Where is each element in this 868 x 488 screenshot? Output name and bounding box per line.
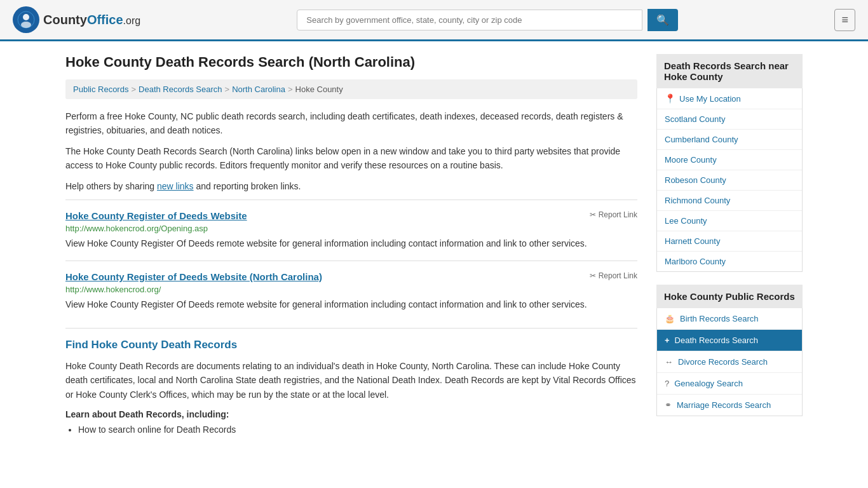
breadcrumb: Public Records > Death Records Search > … <box>65 79 637 99</box>
search-area: 🔍 <box>297 9 678 31</box>
logo-text: CountyOffice.org <box>43 13 140 27</box>
page-title: Hoke County Death Records Search (North … <box>65 54 637 71</box>
report-icon-2: ✂ <box>590 271 596 280</box>
resource-item-2: Hoke County Register of Deeds Website (N… <box>65 261 637 322</box>
divorce-records-link[interactable]: Divorce Records Search <box>678 357 768 367</box>
sidebar-public-list: 🎂 Birth Records Search + Death Records S… <box>656 308 803 416</box>
logo-area: CountyOffice.org <box>13 6 140 33</box>
sidebar-nearby-title: Death Records Search near Hoke County <box>656 54 803 88</box>
sidebar-death-records[interactable]: + Death Records Search <box>657 330 802 351</box>
content-area: Hoke County Death Records Search (North … <box>65 54 637 437</box>
report-link-2[interactable]: ✂ Report Link <box>590 271 637 280</box>
description-3: Help others by sharing new links and rep… <box>65 179 637 193</box>
sidebar-genealogy[interactable]: ? Genealogy Search <box>657 373 802 395</box>
birth-icon: 🎂 <box>665 314 675 323</box>
sidebar-birth-records[interactable]: 🎂 Birth Records Search <box>657 308 802 330</box>
report-link-1[interactable]: ✂ Report Link <box>590 210 637 219</box>
sidebar-item-richmond[interactable]: Richmond County <box>657 191 802 211</box>
description-2: The Hoke County Death Records Search (No… <box>65 144 637 173</box>
divorce-icon: ↔ <box>665 357 673 367</box>
resource-header-1: Hoke County Register of Deeds Website ✂ … <box>65 210 637 221</box>
resource-desc-2: View Hoke County Register Of Deeds remot… <box>65 298 637 311</box>
breadcrumb-public-records[interactable]: Public Records <box>73 85 128 94</box>
sidebar-item-moore[interactable]: Moore County <box>657 150 802 170</box>
svg-point-2 <box>21 22 31 28</box>
main-container: Hoke County Death Records Search (North … <box>53 41 815 450</box>
search-button[interactable]: 🔍 <box>648 9 678 31</box>
logo-icon <box>13 6 39 33</box>
site-header: CountyOffice.org 🔍 ≡ <box>0 0 868 41</box>
learn-heading: Learn about Death Records, including: <box>65 409 637 419</box>
desc3-text: Help others by sharing <box>65 181 154 191</box>
sidebar-nearby-list: 📍 Use My Location Scotland County Cumber… <box>656 88 803 272</box>
sidebar-item-lee[interactable]: Lee County <box>657 211 802 231</box>
richmond-county-link[interactable]: Richmond County <box>665 196 730 205</box>
sidebar-item-marlboro[interactable]: Marlboro County <box>657 252 802 271</box>
new-links-link[interactable]: new links <box>157 181 194 191</box>
bullet-list: How to search online for Death Records <box>78 424 637 435</box>
scotland-county-link[interactable]: Scotland County <box>665 114 725 124</box>
resource-item-1: Hoke County Register of Deeds Website ✂ … <box>65 200 637 261</box>
breadcrumb-sep1: > <box>131 85 136 94</box>
death-records-link[interactable]: Death Records Search <box>675 336 759 345</box>
resource-url-1: http://www.hokencrod.org/Opening.asp <box>65 224 637 233</box>
sidebar-public-title: Hoke County Public Records <box>656 285 803 308</box>
resource-desc-1: View Hoke County Register Of Deeds remot… <box>65 237 637 250</box>
report-icon-1: ✂ <box>590 210 596 219</box>
bullet-item-1: How to search online for Death Records <box>78 424 637 435</box>
sidebar-item-cumberland[interactable]: Cumberland County <box>657 130 802 150</box>
lee-county-link[interactable]: Lee County <box>665 216 707 226</box>
logo-office: Office <box>87 13 123 27</box>
find-section-body: Hoke County Death Records are documents … <box>65 359 637 402</box>
use-my-location-link[interactable]: Use My Location <box>679 94 741 104</box>
resource-header-2: Hoke County Register of Deeds Website (N… <box>65 271 637 282</box>
logo-svg <box>17 11 35 29</box>
moore-county-link[interactable]: Moore County <box>665 155 717 165</box>
resource-title-1[interactable]: Hoke County Register of Deeds Website <box>65 210 247 221</box>
sidebar-use-location[interactable]: 📍 Use My Location <box>657 88 802 109</box>
breadcrumb-sep3: > <box>288 85 293 94</box>
find-section-heading: Find Hoke County Death Records <box>65 328 637 351</box>
resource-title-2[interactable]: Hoke County Register of Deeds Website (N… <box>65 271 322 282</box>
sidebar-item-harnett[interactable]: Harnett County <box>657 231 802 252</box>
menu-button[interactable]: ≡ <box>834 9 855 31</box>
logo-org: .org <box>123 15 141 26</box>
report-label-2: Report Link <box>599 271 637 280</box>
robeson-county-link[interactable]: Robeson County <box>665 175 726 185</box>
marlboro-county-link[interactable]: Marlboro County <box>665 257 726 266</box>
genealogy-link[interactable]: Genealogy Search <box>674 379 743 388</box>
sidebar: Death Records Search near Hoke County 📍 … <box>656 54 803 437</box>
breadcrumb-north-carolina[interactable]: North Carolina <box>232 85 285 94</box>
desc3b-text: and reporting broken links. <box>196 181 301 191</box>
marriage-records-link[interactable]: Marriage Records Search <box>677 400 771 410</box>
death-icon: + <box>665 336 670 345</box>
breadcrumb-death-records[interactable]: Death Records Search <box>139 85 222 94</box>
description-1: Perform a free Hoke County, NC public de… <box>65 109 637 138</box>
location-pin-icon: 📍 <box>665 93 675 104</box>
sidebar-divorce-records[interactable]: ↔ Divorce Records Search <box>657 351 802 373</box>
genealogy-icon: ? <box>665 379 669 388</box>
breadcrumb-hoke-county: Hoke County <box>295 85 343 94</box>
sidebar-item-scotland[interactable]: Scotland County <box>657 109 802 130</box>
harnett-county-link[interactable]: Harnett County <box>665 236 720 246</box>
sidebar-marriage-records[interactable]: ⚭ Marriage Records Search <box>657 395 802 416</box>
breadcrumb-sep2: > <box>225 85 230 94</box>
sidebar-item-robeson[interactable]: Robeson County <box>657 170 802 191</box>
marriage-icon: ⚭ <box>665 400 672 410</box>
search-input[interactable] <box>297 10 642 30</box>
cumberland-county-link[interactable]: Cumberland County <box>665 135 738 144</box>
report-label-1: Report Link <box>599 210 637 219</box>
svg-point-1 <box>23 14 29 20</box>
birth-records-link[interactable]: Birth Records Search <box>680 314 759 323</box>
resource-url-2: http://www.hokencrod.org/ <box>65 285 637 294</box>
